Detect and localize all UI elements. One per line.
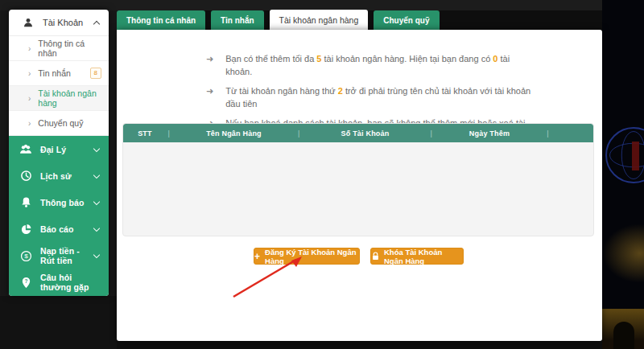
tab-personal-info[interactable]: Thông tin cá nhân (117, 10, 205, 31)
tab-label: Thông tin cá nhân (126, 16, 196, 25)
button-label: Khóa Tài Khoản Ngân Hàng (384, 248, 463, 265)
chevron-down-icon (93, 225, 100, 232)
note-text: Từ tài khoản ngân hàng thứ 2 trở đi phải… (225, 85, 535, 111)
app-screen: Tài Khoản › Thông tin cá nhân › Tin nhắn… (0, 0, 644, 349)
background-below-sidebar (0, 296, 117, 349)
column-header-date-added: Ngày Thêm (434, 129, 546, 138)
tab-bar: Thông tin cá nhân Tin nhắn Tài khoản ngâ… (117, 10, 440, 31)
column-header-stt: STT (123, 129, 167, 138)
plus-icon: + (254, 252, 260, 261)
sidebar-item-label: Nạp tiền - Rút tiền (40, 246, 86, 265)
caret-icon: › (28, 119, 31, 128)
sidebar-item-label: Lịch sử (40, 171, 86, 181)
table-body-empty (123, 142, 593, 236)
chevron-down-icon (93, 145, 100, 151)
column-header-account-number: Số Tài Khoản (301, 129, 429, 138)
sidebar-item-label: Tài khoản ngân hàng (38, 88, 101, 108)
caret-icon: › (28, 94, 31, 103)
background-photo (602, 0, 644, 349)
sidebar-item-faq[interactable]: ? Câu hỏi thường gặp (9, 269, 109, 296)
chevron-down-icon (93, 172, 100, 179)
sidebar-item-fund-transfer[interactable]: › Chuyển quỹ (9, 111, 109, 136)
bell-icon (19, 196, 32, 209)
sidebar-item-label: Chuyển quỹ (38, 118, 101, 128)
arrow-bullet-icon: ➜ (206, 85, 213, 111)
tab-label: Tài khoản ngân hàng (279, 15, 359, 25)
sidebar-item-label: Câu hỏi thường gặp (40, 273, 99, 292)
clock-icon (19, 170, 32, 183)
sidebar-header-account[interactable]: Tài Khoản (9, 10, 109, 36)
sidebar: Tài Khoản › Thông tin cá nhân › Tin nhắn… (9, 10, 109, 296)
sidebar-item-label: Tin nhắn (38, 68, 82, 78)
svg-text:?: ? (24, 278, 27, 284)
lock-bank-account-button[interactable]: Khóa Tài Khoản Ngân Hàng (370, 248, 464, 265)
arrow-bullet-icon: ➜ (206, 53, 213, 79)
note-max-accounts: ➜ Bạn có thể thêm tối đa 5 tài khoản ngâ… (206, 53, 535, 79)
bank-accounts-table: STT | Tên Ngân Hàng | Số Tài Khoản | Ngà… (122, 123, 594, 236)
button-label: Đăng Ký Tài Khoản Ngân Hàng (265, 248, 359, 265)
sidebar-menu: Đại Lý Lịch sử Thông báo (9, 136, 109, 296)
sidebar-item-history[interactable]: Lịch sử (9, 162, 109, 189)
sidebar-item-bank-accounts[interactable]: › Tài khoản ngân hàng (9, 86, 109, 111)
people-icon (19, 143, 32, 156)
sidebar-item-reports[interactable]: Báo cáo (9, 216, 109, 243)
sidebar-item-label: Thông tin cá nhân (38, 39, 101, 58)
caret-icon: › (28, 69, 31, 78)
sidebar-item-label: Báo cáo (40, 224, 86, 234)
column-separator: | (545, 129, 550, 138)
tab-bank-accounts[interactable]: Tài khoản ngân hàng (270, 10, 369, 31)
tab-label: Tin nhắn (221, 16, 254, 25)
table-header-row: STT | Tên Ngân Hàng | Số Tài Khoản | Ngà… (123, 124, 593, 142)
chevron-down-icon (93, 252, 100, 258)
note-text: Bạn có thể thêm tối đa 5 tài khoản ngân … (225, 53, 535, 79)
question-pin-icon: ? (19, 276, 32, 289)
sidebar-item-messages[interactable]: › Tin nhắn 8 (9, 61, 109, 86)
lock-icon (371, 250, 379, 263)
person-icon (22, 16, 35, 29)
tab-messages[interactable]: Tin nhắn (211, 10, 263, 31)
sidebar-item-personal-info[interactable]: › Thông tin cá nhân (9, 36, 109, 61)
sidebar-item-deposit-withdraw[interactable]: $ Nạp tiền - Rút tiền (9, 243, 109, 269)
svg-text:$: $ (24, 253, 28, 260)
column-header-bank-name: Tên Ngân Hàng (171, 129, 297, 138)
caret-icon: › (28, 44, 31, 53)
main-panel: ➜ Bạn có thể thêm tối đa 5 tài khoản ngâ… (117, 30, 602, 341)
chevron-up-icon (93, 20, 100, 27)
building-decoration (602, 309, 644, 349)
tab-label: Chuyển quỹ (383, 16, 429, 25)
chevron-down-icon (93, 199, 100, 205)
gold-glow-decoration (602, 224, 644, 283)
sidebar-item-label: Đại Lý (40, 145, 86, 154)
sidebar-header-label: Tài Khoản (43, 18, 86, 27)
red-banner-decoration (632, 142, 639, 170)
sidebar-item-label: Thông báo (40, 198, 86, 207)
pie-chart-icon (19, 223, 32, 236)
tab-fund-transfer[interactable]: Chuyển quỹ (374, 10, 439, 31)
note-matching-name: ➜ Từ tài khoản ngân hàng thứ 2 trở đi ph… (206, 85, 535, 111)
sidebar-item-agency[interactable]: Đại Lý (9, 136, 109, 162)
message-count-badge: 8 (90, 68, 101, 79)
register-bank-account-button[interactable]: + Đăng Ký Tài Khoản Ngân Hàng (254, 248, 360, 265)
sidebar-item-notifications[interactable]: Thông báo (9, 189, 109, 216)
dollar-icon: $ (19, 249, 32, 262)
